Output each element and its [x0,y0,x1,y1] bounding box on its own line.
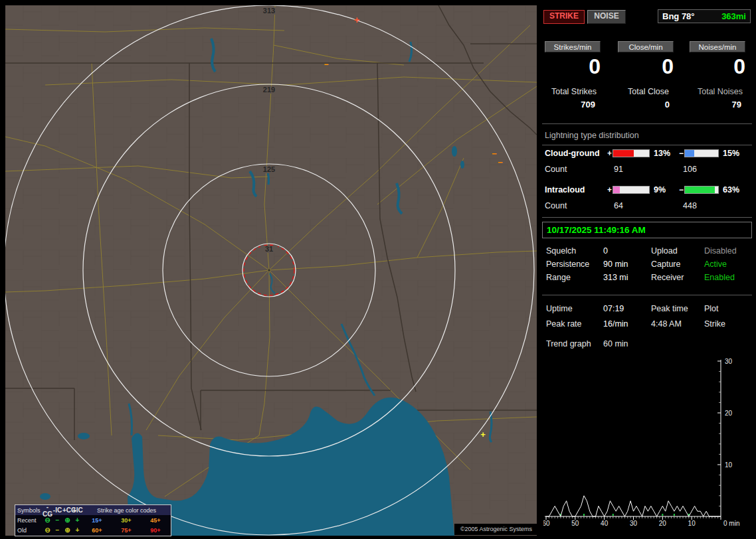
separator [542,217,752,218]
svg-text:10: 10 [725,461,733,469]
ring-label-219: 219 [263,86,275,94]
ic-positive-count: 64 [614,201,683,210]
total-strikes-label: Total Strikes [539,87,609,96]
svg-text:60: 60 [543,520,550,527]
capture-label: Capture [651,260,704,269]
cloud-ground-label: Cloud-ground [545,149,607,158]
plot-label: Plot [704,304,756,313]
age-60: 60+ [82,527,112,534]
noises-per-min-value: 0 [690,54,745,79]
separator [542,145,752,145]
legend-col-pos-ic: +IC [72,506,82,514]
neg-ic-old-icon: − [52,526,62,534]
minus-sign: − [679,185,684,194]
total-close-label: Total Close [614,87,683,96]
radar-map[interactable]: 313 219 125 31 +−−−+ Symbols -CG -IC +CG… [5,5,537,536]
noises-per-min-header: Noises/min [690,41,745,52]
strikes-per-min-value: 0 [545,54,601,79]
total-noises-label: Total Noises [686,87,755,96]
cg-positive-bar-fill [613,150,634,157]
legend-recent-row: Recent ⊖ − ⊕ + 15+ 30+ 45+ [15,515,171,525]
pos-ic-recent-icon: + [72,516,82,524]
ring-label-313: 313 [263,7,275,15]
legend-col-pos-cg: +CG [62,506,72,514]
bearing-range-value: 363mi [721,11,746,21]
receiver-label: Receiver [651,273,704,282]
legend-old-label: Old [15,527,43,534]
uptime-value: 07:19 [603,304,651,313]
intracloud-label: Intracloud [545,185,607,194]
peak-time-value: 4:48 AM [651,319,704,329]
age-15: 15+ [82,517,112,524]
ic-positive-bar-fill [613,187,620,193]
strike-toggle-button[interactable]: STRIKE [543,10,585,24]
ic-count-label: Count [545,201,614,210]
status-panel: STRIKE NOISE Bng 78° 363mi Strikes/min C… [539,0,756,539]
uptime-row: Uptime 07:19 Peak time Plot [539,304,756,313]
age-75: 75+ [112,527,141,534]
svg-text:20: 20 [659,520,667,527]
copyright-notice: ©2005 Astrogenic Systems [454,524,538,535]
neg-cg-recent-icon: ⊖ [43,516,52,524]
cg-count-label: Count [545,165,614,174]
close-per-min-value: 0 [618,54,674,79]
neg-ic-recent-icon: − [52,516,62,524]
ic-positive-bar [613,186,650,194]
cg-count-row: Count 91 106 [539,165,756,174]
svg-text:50: 50 [571,520,579,527]
peak-rate-value: 16/min [603,319,651,329]
receiver-status: Enabled [704,273,756,282]
cg-negative-pct: 15% [719,149,748,158]
svg-text:0 min: 0 min [723,520,739,527]
ic-negative-bar [684,186,719,194]
uptime-label: Uptime [546,304,603,313]
ic-negative-pct: 63% [719,185,748,194]
svg-text:40: 40 [601,520,609,527]
pos-ic-old-icon: + [72,526,82,534]
ic-positive-pct: 9% [650,185,679,194]
distribution-title: Lightning type distribution [545,131,639,140]
minus-sign: − [679,149,684,158]
cloud-ground-row: Cloud-ground + 13% − 15% [539,149,756,158]
pos-cg-recent-icon: ⊕ [62,516,72,524]
trend-window-value: 60 min [603,339,628,348]
separator [542,295,752,295]
ic-count-row: Count 64 448 [539,201,756,210]
ic-negative-count: 448 [683,201,697,210]
legend-col-neg-ic: -IC [52,506,62,514]
strike-mark: + [480,429,486,439]
strike-mark: + [354,15,359,25]
trend-graph-chart: 1020306050403020100 min [543,352,752,531]
trend-graph-label: Trend graph [546,339,603,348]
strike-mark: − [498,157,503,167]
squelch-row: Squelch 0 Upload Disabled [539,246,756,256]
range-label: Range [546,273,603,282]
total-strikes-value: 709 [539,100,609,110]
persistence-label: Persistence [546,260,603,269]
capture-status: Active [704,260,756,269]
intracloud-row: Intracloud + 9% − 63% [539,185,756,194]
map-canvas[interactable]: 313 219 125 31 +−−−+ [5,5,537,536]
neg-cg-old-icon: ⊖ [43,526,52,534]
legend-header-row: Symbols -CG -IC +CG +IC Strike age color… [15,505,171,515]
legend-age-title: Strike age color codes [82,507,171,514]
separator [542,123,752,124]
ic-negative-bar-fill [685,187,715,193]
range-row: Range 313 mi Receiver Enabled [539,273,756,282]
noise-toggle-button[interactable]: NOISE [587,10,626,24]
legend-col-neg-cg: -CG [43,503,52,518]
strike-mark: − [492,149,497,159]
range-value: 313 mi [603,273,651,282]
ring-label-31: 31 [265,245,273,253]
receiver-center [268,270,270,271]
age-30: 30+ [112,517,141,524]
peak-rate-label: Peak rate [546,319,603,329]
bearing-range-display: Bng 78° 363mi [658,9,751,23]
peak-rate-row: Peak rate 16/min 4:48 AM Strike [539,319,756,329]
trend-graph-row: Trend graph 60 min [539,339,756,348]
age-45: 45+ [141,517,170,524]
svg-text:30: 30 [630,520,638,527]
plus-sign: + [607,149,613,158]
cg-negative-count: 106 [683,165,697,174]
squelch-value: 0 [603,246,651,256]
